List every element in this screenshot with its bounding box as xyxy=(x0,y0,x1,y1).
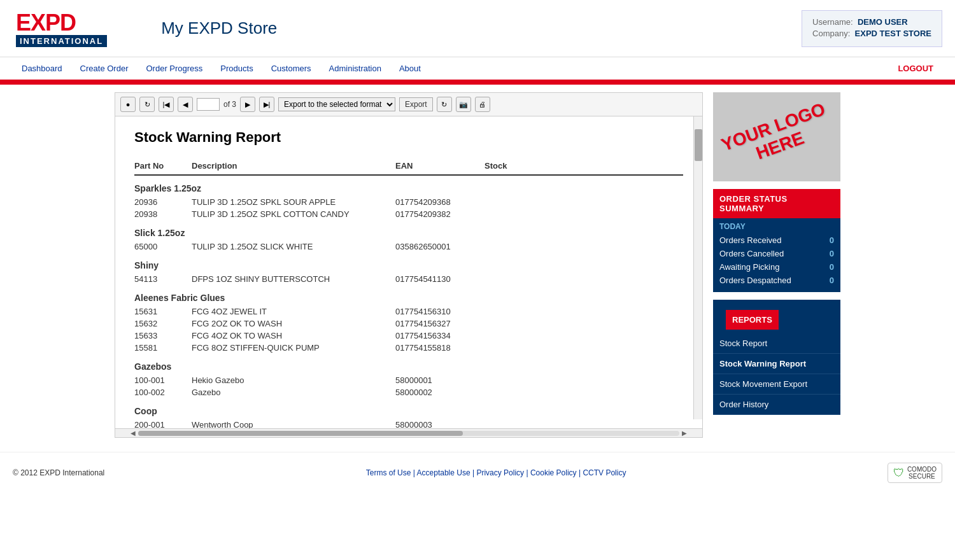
cell-stock xyxy=(485,241,683,253)
cell-partno: 15633 xyxy=(134,330,192,342)
cell-ean: 017754209382 xyxy=(395,208,485,220)
cell-ean: 017754156310 xyxy=(395,305,485,318)
comodo-text: COMODOSECURE xyxy=(907,466,937,480)
reports-header: REPORTS xyxy=(726,310,779,330)
last-page-button[interactable]: ▶| xyxy=(259,97,274,112)
footer-terms[interactable]: Terms of Use xyxy=(366,468,411,477)
cell-stock xyxy=(485,342,683,354)
report-link-stock-movement[interactable]: Stock Movement Export xyxy=(713,374,840,395)
next-page-button[interactable]: ▶ xyxy=(240,97,255,112)
cell-desc: FCG 8OZ STIFFEN-QUICK PUMP xyxy=(192,342,395,354)
footer-privacy[interactable]: Privacy Policy xyxy=(476,468,524,477)
main-container: ● ↻ |◀ ◀ 1 of 3 ▶ ▶| Export to the selec… xyxy=(102,85,853,445)
cell-desc: TULIP 3D 1.25OZ SPKL COTTON CANDY xyxy=(192,208,395,220)
company-row: Company: EXPD TEST STORE xyxy=(812,29,931,38)
cell-stock xyxy=(485,386,683,398)
scroll-right-arrow[interactable]: ▶ xyxy=(679,430,690,437)
order-status-panel: ORDER STATUS SUMMARY TODAY Orders Receiv… xyxy=(713,189,840,292)
footer-cookie[interactable]: Cookie Policy xyxy=(530,468,577,477)
cell-partno: 20936 xyxy=(134,196,192,208)
cell-desc: Hekio Gazebo xyxy=(192,374,395,386)
logo-placeholder: YOUR LOGO HERE xyxy=(713,92,840,181)
username-value: DEMO USER xyxy=(858,17,908,27)
table-group-row: Coop xyxy=(134,398,683,419)
logo-area: EXPD INTERNATIONAL My EXPD Store xyxy=(13,6,277,50)
stop-button[interactable]: ● xyxy=(120,97,136,112)
format-select[interactable]: Export to the selected format xyxy=(278,97,395,111)
cell-partno: 100-001 xyxy=(134,374,192,386)
comodo-badge: 🛡 COMODOSECURE xyxy=(888,463,942,483)
status-row-picking: Awaiting Picking 0 xyxy=(713,260,840,274)
report-link-order-history[interactable]: Order History xyxy=(713,395,840,415)
status-row-despatched: Orders Despatched 0 xyxy=(713,274,840,287)
report-link-stock-warning[interactable]: Stock Warning Report xyxy=(713,354,840,374)
table-row: 20936TULIP 3D 1.25OZ SPKL SOUR APPLE0177… xyxy=(134,196,683,208)
scroll-left-arrow[interactable]: ◀ xyxy=(128,430,138,437)
cell-ean: 58000003 xyxy=(395,419,485,428)
cell-partno: 15581 xyxy=(134,342,192,354)
refresh-button[interactable]: ↻ xyxy=(139,97,155,112)
logo-expd: EXPD xyxy=(16,10,107,36)
footer-cctv[interactable]: CCTV Policy xyxy=(583,468,626,477)
username-row: Username: DEMO USER xyxy=(812,17,931,27)
cell-partno: 15632 xyxy=(134,318,192,330)
h-scroll-thumb xyxy=(138,431,463,436)
username-label: Username: xyxy=(812,17,853,27)
export-button[interactable]: Export xyxy=(399,97,433,111)
company-value: EXPD TEST STORE xyxy=(855,29,931,38)
prev-page-button[interactable]: ◀ xyxy=(178,97,193,112)
nav-administration[interactable]: Administration xyxy=(320,57,390,80)
table-header-row: Part No Description EAN Stock xyxy=(134,158,683,175)
report-tbody: Sparkles 1.25oz20936TULIP 3D 1.25OZ SPKL… xyxy=(134,175,683,428)
nav-bar: Dashboard Create Order Order Progress Pr… xyxy=(0,57,955,81)
cell-desc: FCG 2OZ OK TO WASH xyxy=(192,318,395,330)
cell-stock xyxy=(485,318,683,330)
print-preview-button[interactable]: 📷 xyxy=(456,97,471,112)
footer: © 2012 EXPD International Terms of Use |… xyxy=(0,452,955,493)
cell-partno: 65000 xyxy=(134,241,192,253)
logo-intl: INTERNATIONAL xyxy=(16,35,107,47)
table-row: 65000TULIP 3D 1.25OZ SLICK WHITE03586265… xyxy=(134,241,683,253)
user-info: Username: DEMO USER Company: EXPD TEST S… xyxy=(802,10,942,47)
cell-desc: TULIP 3D 1.25OZ SLICK WHITE xyxy=(192,241,395,253)
reports-links: Stock Report Stock Warning Report Stock … xyxy=(713,333,840,415)
v-scrollbar[interactable] xyxy=(693,116,702,419)
cell-stock xyxy=(485,419,683,428)
logout-button[interactable]: LOGOUT xyxy=(889,57,942,80)
cell-ean: 017754209368 xyxy=(395,196,485,208)
company-label: Company: xyxy=(812,29,850,38)
nav-customers[interactable]: Customers xyxy=(262,57,320,80)
print-button[interactable]: 🖨 xyxy=(475,97,490,112)
refresh2-button[interactable]: ↻ xyxy=(437,97,452,112)
nav-products[interactable]: Products xyxy=(211,57,262,80)
footer-acceptable[interactable]: Acceptable Use xyxy=(417,468,470,477)
cell-stock xyxy=(485,305,683,318)
h-scroll-track[interactable] xyxy=(138,431,679,436)
nav-order-progress[interactable]: Order Progress xyxy=(137,57,211,80)
cell-desc: Gazebo xyxy=(192,386,395,398)
table-row: 15633FCG 4OZ OK TO WASH017754156334 xyxy=(134,330,683,342)
cell-ean: 017754155818 xyxy=(395,342,485,354)
status-row-received: Orders Received 0 xyxy=(713,234,840,247)
nav-links: Dashboard Create Order Order Progress Pr… xyxy=(13,57,430,80)
sidebar: YOUR LOGO HERE ORDER STATUS SUMMARY TODA… xyxy=(713,92,840,438)
report-title: Stock Warning Report xyxy=(134,129,683,146)
status-count-despatched: 0 xyxy=(830,276,834,285)
report-panel: ● ↻ |◀ ◀ 1 of 3 ▶ ▶| Export to the selec… xyxy=(115,92,703,438)
nav-dashboard[interactable]: Dashboard xyxy=(13,57,71,80)
table-row: 200-001Wentworth Coop58000003 xyxy=(134,419,683,428)
cell-ean: 017754156334 xyxy=(395,330,485,342)
page-number-input[interactable]: 1 xyxy=(197,98,220,111)
nav-create-order[interactable]: Create Order xyxy=(71,57,138,80)
cell-desc: FCG 4OZ JEWEL IT xyxy=(192,305,395,318)
cell-stock xyxy=(485,374,683,386)
report-link-stock[interactable]: Stock Report xyxy=(713,333,840,354)
cell-stock xyxy=(485,208,683,220)
cell-stock xyxy=(485,273,683,285)
cell-stock xyxy=(485,196,683,208)
cell-ean: 58000001 xyxy=(395,374,485,386)
table-group-row: Sparkles 1.25oz xyxy=(134,175,683,196)
first-page-button[interactable]: |◀ xyxy=(159,97,174,112)
report-content-area: Stock Warning Report Part No Description… xyxy=(115,116,702,428)
nav-about[interactable]: About xyxy=(390,57,430,80)
